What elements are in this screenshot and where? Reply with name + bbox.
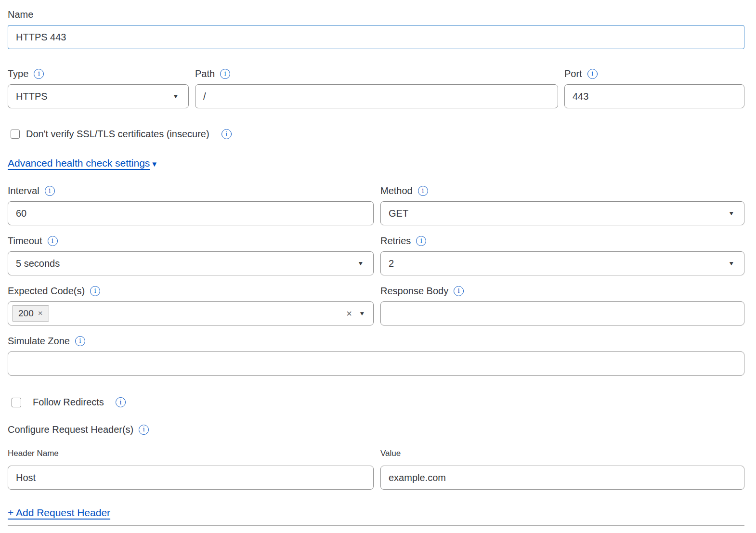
info-icon[interactable]: i bbox=[34, 69, 44, 79]
advanced-settings-link-text: Advanced health check settings bbox=[8, 157, 150, 169]
response-body-label-text: Response Body bbox=[380, 285, 448, 297]
type-select-value: HTTPS bbox=[16, 91, 48, 102]
interval-label: Interval i bbox=[8, 185, 374, 196]
advanced-settings-section: Advanced health check settings ▼ bbox=[8, 157, 744, 169]
interval-field: Interval i bbox=[8, 185, 374, 225]
header-value-input[interactable] bbox=[380, 466, 744, 490]
health-check-form: Name Type i HTTPS ▼ Path i Port i bbox=[0, 0, 756, 526]
name-label-text: Name bbox=[8, 9, 33, 20]
timeout-field: Timeout i 5 seconds ▼ bbox=[8, 235, 374, 275]
header-name-field: Header Name bbox=[8, 448, 374, 490]
port-field: Port i bbox=[564, 68, 744, 108]
expected-codes-field: Expected Code(s) i 200 × × ▼ bbox=[8, 285, 374, 325]
retries-label: Retries i bbox=[380, 235, 744, 247]
add-request-header-link[interactable]: + Add Request Header bbox=[8, 507, 110, 519]
request-header-row: Header Name Value bbox=[8, 448, 744, 490]
info-icon[interactable]: i bbox=[222, 129, 232, 139]
type-label-text: Type bbox=[8, 68, 28, 79]
chevron-down-icon: ▼ bbox=[728, 260, 735, 267]
retries-select-value: 2 bbox=[389, 258, 394, 269]
simulate-zone-input[interactable] bbox=[8, 351, 744, 376]
request-headers-section-label-text: Configure Request Header(s) bbox=[8, 424, 133, 435]
info-icon[interactable]: i bbox=[90, 286, 100, 296]
path-field: Path i bbox=[195, 68, 558, 108]
expected-code-tag-text: 200 bbox=[18, 308, 34, 319]
expected-codes-label-text: Expected Code(s) bbox=[8, 285, 85, 297]
expected-code-tag: 200 × bbox=[12, 305, 49, 322]
port-input[interactable] bbox=[564, 84, 744, 108]
triangle-down-icon: ▼ bbox=[151, 160, 158, 168]
add-request-header-section: + Add Request Header bbox=[8, 507, 744, 519]
type-field: Type i HTTPS ▼ bbox=[8, 68, 189, 108]
simulate-zone-field: Simulate Zone i bbox=[8, 335, 744, 376]
info-icon[interactable]: i bbox=[75, 336, 85, 346]
timeout-select[interactable]: 5 seconds ▼ bbox=[8, 251, 374, 275]
tag-remove-icon[interactable]: × bbox=[38, 309, 43, 318]
info-icon[interactable]: i bbox=[454, 286, 464, 296]
expected-codes-label: Expected Code(s) i bbox=[8, 285, 374, 297]
retries-select[interactable]: 2 ▼ bbox=[380, 251, 744, 275]
follow-redirects-label: Follow Redirects bbox=[33, 397, 104, 408]
verify-ssl-checkbox[interactable] bbox=[11, 130, 20, 139]
method-label-text: Method bbox=[380, 185, 413, 196]
response-body-field: Response Body i bbox=[380, 285, 744, 325]
method-label: Method i bbox=[380, 185, 744, 196]
verify-ssl-label: Don't verify SSL/TLS certificates (insec… bbox=[26, 129, 209, 140]
method-select[interactable]: GET ▼ bbox=[380, 201, 744, 225]
info-icon[interactable]: i bbox=[48, 236, 58, 246]
info-icon[interactable]: i bbox=[587, 69, 598, 79]
info-icon[interactable]: i bbox=[220, 69, 230, 79]
chevron-down-icon: ▼ bbox=[728, 210, 735, 217]
port-label-text: Port bbox=[564, 68, 582, 79]
path-label-text: Path bbox=[195, 68, 215, 79]
follow-redirects-row: Follow Redirects i bbox=[8, 397, 744, 408]
timeout-label-text: Timeout bbox=[8, 235, 42, 247]
timeout-label: Timeout i bbox=[8, 235, 374, 247]
section-divider bbox=[8, 525, 744, 526]
simulate-zone-label: Simulate Zone i bbox=[8, 335, 744, 347]
info-icon[interactable]: i bbox=[45, 186, 55, 196]
clear-icon[interactable]: × bbox=[346, 308, 352, 319]
name-label: Name bbox=[8, 9, 744, 20]
retries-field: Retries i 2 ▼ bbox=[380, 235, 744, 275]
response-body-input[interactable] bbox=[380, 301, 744, 325]
verify-ssl-row: Don't verify SSL/TLS certificates (insec… bbox=[8, 129, 744, 140]
interval-input[interactable] bbox=[8, 201, 374, 225]
header-value-column-label: Value bbox=[380, 448, 744, 458]
retries-label-text: Retries bbox=[380, 235, 411, 247]
follow-redirects-checkbox[interactable] bbox=[12, 398, 21, 407]
expected-codes-multiselect[interactable]: 200 × × ▼ bbox=[8, 301, 374, 325]
type-path-port-row: Type i HTTPS ▼ Path i Port i bbox=[8, 68, 744, 108]
type-select[interactable]: HTTPS ▼ bbox=[8, 84, 189, 108]
header-name-column-label: Header Name bbox=[8, 448, 374, 458]
type-label: Type i bbox=[8, 68, 189, 79]
info-icon[interactable]: i bbox=[116, 397, 126, 407]
add-request-header-link-text: + Add Request Header bbox=[8, 507, 110, 519]
info-icon[interactable]: i bbox=[139, 425, 149, 435]
info-icon[interactable]: i bbox=[416, 236, 426, 246]
header-name-input[interactable] bbox=[8, 466, 374, 490]
path-label: Path i bbox=[195, 68, 558, 79]
response-body-label: Response Body i bbox=[380, 285, 744, 297]
chevron-down-icon: ▼ bbox=[359, 310, 365, 317]
advanced-settings-grid: Interval i Method i GET ▼ Timeout i 5 se… bbox=[8, 185, 744, 325]
method-select-value: GET bbox=[389, 208, 408, 219]
chevron-down-icon: ▼ bbox=[357, 260, 364, 267]
simulate-zone-label-text: Simulate Zone bbox=[8, 335, 70, 347]
request-headers-section-label: Configure Request Header(s) i bbox=[8, 424, 744, 435]
interval-label-text: Interval bbox=[8, 185, 39, 196]
info-icon[interactable]: i bbox=[418, 186, 428, 196]
name-field: Name bbox=[8, 9, 744, 49]
timeout-select-value: 5 seconds bbox=[16, 258, 60, 269]
advanced-settings-link[interactable]: Advanced health check settings bbox=[8, 157, 150, 169]
port-label: Port i bbox=[564, 68, 744, 79]
header-value-field: Value bbox=[380, 448, 744, 490]
chevron-down-icon: ▼ bbox=[172, 93, 179, 100]
path-input[interactable] bbox=[195, 84, 558, 108]
name-input[interactable] bbox=[8, 25, 744, 49]
method-field: Method i GET ▼ bbox=[380, 185, 744, 225]
